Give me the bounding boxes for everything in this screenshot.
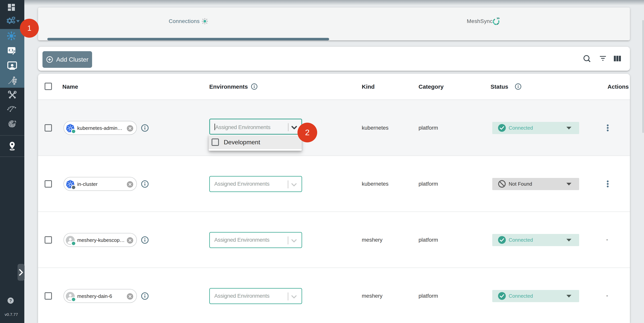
svg-text:?: ? xyxy=(9,298,12,303)
